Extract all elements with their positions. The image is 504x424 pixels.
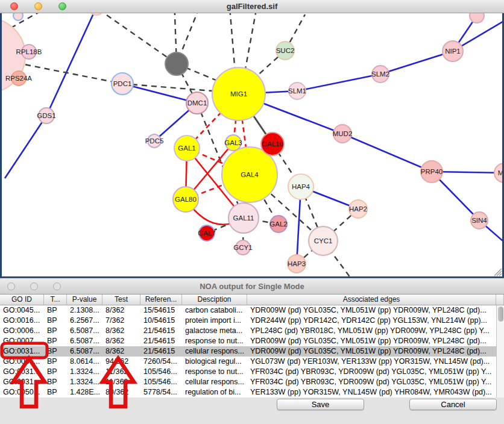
network-node-SLM1[interactable]: SLM1 [288,83,306,99]
network-node-SIN4[interactable]: SIN4 [471,212,488,229]
cell-reference: 15/54615 [140,305,182,316]
table-row[interactable]: GO:0045...BP2.1308...8/36215/54615carbon… [0,305,496,316]
network-edge[interactable] [297,74,380,91]
network-node-GAL10[interactable]: GAL10 [261,132,284,155]
node-label: PDC1 [113,80,132,87]
network-node-PRP40[interactable]: PRP40 [421,161,443,182]
node-label: PDC5 [145,137,164,145]
cell-description: regulation of bi... [182,387,247,398]
cell-description: galactose meta... [182,326,247,336]
cell-type: BP [44,387,67,398]
node-label: GCY1 [233,244,252,251]
cell-go-id: GO:0007... [0,336,44,346]
cell-go-id: GO:0006... [0,326,44,336]
network-node-HAP3[interactable]: HAP3 [288,255,306,273]
cell-p-value: 6.5087... [67,346,102,357]
column-header-p-value[interactable]: P-value [67,295,102,305]
table-row[interactable]: GO:0007...BP6.5087...8/36221/54615respon… [0,336,496,346]
column-header-description[interactable]: Desciption [182,295,247,305]
network-node-MUD2[interactable]: MUD2 [333,125,353,143]
close-button[interactable] [7,282,15,290]
close-button[interactable] [10,2,18,10]
network-graph[interactable]: RPL18BRPS24AGDS1PDC1MIG1DMC1SUC2SLM1SLM2… [2,13,502,276]
table-header: GO ID T... P-value Test Referen... Desci… [0,295,504,305]
cell-type: BP [44,377,67,387]
network-node-DMC1[interactable]: DMC1 [186,92,208,114]
network-node-GAL3[interactable]: GAL3 [224,135,242,151]
table-row[interactable]: GO:0006...BP6.5087...8/36221/54615galact… [0,326,496,336]
network-node-NIP1[interactable]: NIP1 [443,41,463,61]
network-edge[interactable] [245,13,258,72]
table-row[interactable]: GO:0065...BP8.0614...94/3627260/54...bio… [0,357,496,367]
minimize-button[interactable] [34,2,42,10]
cell-associated-edges: YPL248C (pd) YBR018C, YML051W (pp) YDR00… [247,326,496,336]
cell-reference: 105/546... [140,377,182,387]
cell-go-id: GO:0031... [0,367,44,377]
minimize-button[interactable] [30,282,38,290]
column-header-type[interactable]: T... [44,295,67,305]
scrollbar-thumb[interactable] [498,307,503,322]
network-edge[interactable] [380,51,453,74]
network-node-HAP4[interactable]: HAP4 [288,174,313,199]
network-node-GAL80[interactable]: GAL80 [173,187,198,212]
table-row[interactable]: GO:0016...BP6.2567...7/36210/54615protei… [0,316,496,326]
cell-p-value: 1.3324... [67,367,102,377]
node-label: GAL10 [262,140,283,148]
network-edge[interactable] [107,15,177,64]
network-node-tiny-corner-node[interactable] [13,13,23,20]
column-header-associated-edges[interactable]: Associated edges [247,295,496,305]
network-window-titlebar[interactable]: galFiltered.sif [0,0,504,13]
cell-test: 8/362 [102,326,140,336]
network-node-top-right-node[interactable] [470,13,484,23]
cell-p-value: 6.5087... [67,326,102,336]
network-edge[interactable] [46,13,96,116]
noa-window-titlebar[interactable]: NOA output for Single Mode [0,278,504,295]
network-edge[interactable] [5,116,46,178]
node-label: MUD2 [333,130,353,137]
table-row[interactable]: GO:0031...BP1.3324...11/362105/546...res… [0,367,496,377]
network-edge[interactable] [342,134,432,172]
table-row[interactable]: GO:0031...BP1.3324...11/362105/546...cel… [0,377,496,387]
cell-associated-edges: YFR034C (pd) YBR093C, YDR009W (pd) YGL03… [247,377,496,387]
network-node-GAL11[interactable]: GAL11 [228,203,259,233]
column-header-test[interactable]: Test [102,295,140,305]
vertical-scrollbar[interactable] [496,305,504,398]
network-node-GAL2[interactable]: GAL2 [269,216,287,232]
cell-type: BP [44,357,67,367]
network-node-GAL1[interactable]: GAL1 [174,136,200,161]
network-node-SUC2[interactable]: SUC2 [276,42,295,60]
scroll-corner [496,295,504,305]
network-node-PDC5[interactable]: PDC5 [145,134,164,148]
network-node-GAL7[interactable]: GAL7 [198,225,215,241]
network-node-HAP2[interactable]: HAP2 [349,200,367,218]
resize-grip-icon[interactable] [494,269,502,276]
network-node-SLM2[interactable]: SLM2 [371,66,389,83]
network-node-PDC1[interactable]: PDC1 [112,73,133,95]
cell-test: 8/362 [102,336,140,346]
table-row[interactable]: GO:0050...BP1.428E...80/3625778/54...reg… [0,387,496,398]
network-edge[interactable] [229,13,235,72]
network-node-MIG1[interactable]: MIG1 [212,67,265,120]
zoom-button[interactable] [53,282,61,290]
node-label: RPL18B [16,48,42,55]
table-row-selected[interactable]: GO:0031...BP6.5087...8/36221/54615cellul… [0,346,496,357]
cell-associated-edges: YDR009W (pd) YGL035C, YML051W (pp) YDR00… [247,336,496,346]
node-label: GAL4 [241,171,259,178]
network-node-MSI[interactable]: MSI [494,163,502,182]
network-node-top-node-a[interactable] [89,13,104,15]
cell-associated-edges: YDR244W (pp) YDR142C, YDR142C (pp) YGL15… [247,316,496,326]
cell-reference: 21/54615 [140,326,182,336]
cell-type: BP [44,305,67,316]
network-edge[interactable] [122,84,197,103]
cancel-button[interactable]: Cancel [409,399,497,410]
network-node-GDS1[interactable]: GDS1 [37,108,55,123]
column-header-reference[interactable]: Referen... [140,295,182,305]
zoom-button[interactable] [58,2,66,10]
network-node-GCY1[interactable]: GCY1 [233,240,252,255]
save-button[interactable]: Save [277,399,364,410]
network-node-CYC1[interactable]: CYC1 [309,226,338,255]
network-node-gray-node[interactable] [165,52,188,75]
column-header-go-id[interactable]: GO ID [0,295,44,305]
network-canvas[interactable]: RPL18BRPS24AGDS1PDC1MIG1DMC1SUC2SLM1SLM2… [0,13,504,278]
cell-description: carbon cataboli... [182,305,247,316]
